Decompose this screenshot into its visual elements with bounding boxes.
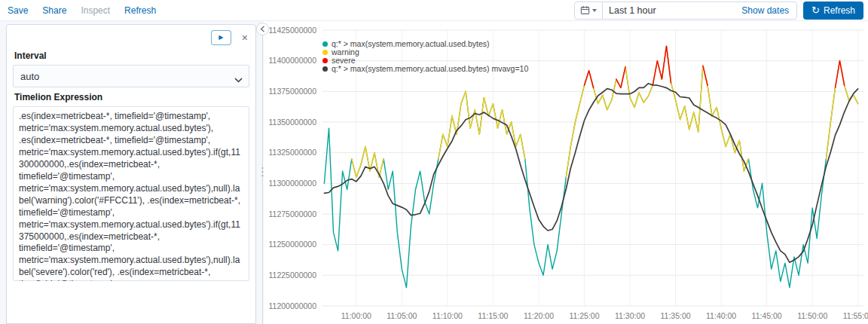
expression-label: Timelion Expression	[14, 92, 248, 102]
refresh-menu-button[interactable]: Refresh	[124, 5, 156, 16]
svg-text:11400000000: 11400000000	[269, 56, 317, 65]
svg-text:11:30:00: 11:30:00	[615, 311, 645, 320]
svg-text:11225000000: 11225000000	[269, 271, 317, 280]
run-expression-button[interactable]: ▶	[211, 30, 231, 45]
svg-text:11200000000: 11200000000	[269, 301, 317, 310]
interval-label: Interval	[14, 50, 248, 61]
chart-panel: 11:00:0011:05:0011:10:0011:15:0011:20:00…	[264, 21, 868, 324]
svg-text:11:45:00: 11:45:00	[752, 311, 782, 320]
svg-text:11275000000: 11275000000	[269, 209, 317, 219]
collapse-panel-button[interactable]	[256, 23, 269, 35]
interval-select[interactable]: auto	[13, 65, 249, 87]
svg-text:11:05:00: 11:05:00	[387, 311, 417, 320]
timelion-editor-panel: ▶ × Interval auto Timelion Expression .e…	[6, 24, 256, 324]
svg-text:11300000000: 11300000000	[269, 179, 317, 188]
share-button[interactable]: Share	[42, 5, 66, 16]
svg-text:11350000000: 11350000000	[269, 118, 317, 127]
svg-text:11:00:00: 11:00:00	[341, 311, 371, 320]
chevron-down-icon	[234, 74, 243, 85]
refresh-button-label: Refresh	[824, 5, 855, 16]
legend-label: q:* > max(system.memory.actual.used.byte…	[332, 65, 528, 73]
timelion-expression-input[interactable]: .es(index=metricbeat-*, timefield='@time…	[13, 106, 249, 281]
close-editor-button[interactable]: ×	[240, 32, 249, 43]
timelion-app: Save Share Inspect Refresh Last 1 hour S	[0, 0, 868, 324]
svg-text:11325000000: 11325000000	[269, 148, 317, 157]
close-icon: ×	[242, 32, 248, 44]
svg-text:11250000000: 11250000000	[269, 240, 317, 249]
interval-value: auto	[20, 71, 39, 82]
chart-legend: q:* > max(system.memory.actual.used.byte…	[322, 40, 528, 73]
series-color-dot	[322, 58, 328, 63]
svg-text:11425000000: 11425000000	[269, 26, 317, 35]
svg-text:11:20:00: 11:20:00	[524, 311, 554, 320]
svg-text:11:25:00: 11:25:00	[569, 311, 599, 320]
show-dates-button[interactable]: Show dates	[734, 5, 796, 16]
svg-text:11:15:00: 11:15:00	[478, 311, 508, 320]
super-date-picker: Last 1 hour Show dates	[574, 2, 797, 20]
date-range-display[interactable]: Last 1 hour	[603, 5, 734, 16]
series-color-dot	[322, 50, 328, 55]
svg-text:11:10:00: 11:10:00	[432, 311, 463, 320]
chevron-left-icon	[260, 26, 265, 32]
save-button[interactable]: Save	[8, 5, 28, 16]
calendar-icon	[580, 5, 590, 15]
top-nav-menu: Save Share Inspect Refresh	[8, 5, 156, 16]
svg-text:11:50:00: 11:50:00	[797, 311, 827, 320]
refresh-query-button[interactable]: ↻ Refresh	[803, 2, 863, 20]
play-icon: ▶	[219, 35, 223, 41]
svg-text:11:55:00: 11:55:00	[843, 311, 868, 320]
resize-handle-icon[interactable]: ⋮	[257, 166, 268, 177]
svg-text:11:40:00: 11:40:00	[706, 311, 736, 320]
inspect-button[interactable]: Inspect	[81, 5, 110, 16]
top-bar: Save Share Inspect Refresh Last 1 hour S	[0, 0, 868, 21]
chevron-down-icon	[592, 9, 597, 12]
legend-item: q:* > max(system.memory.actual.used.byte…	[322, 65, 528, 73]
series-color-dot	[322, 41, 328, 47]
series-color-dot	[322, 66, 328, 72]
svg-text:11:35:00: 11:35:00	[661, 311, 691, 320]
editor-panel-header: ▶ ×	[13, 29, 249, 46]
svg-text:11375000000: 11375000000	[269, 87, 317, 96]
refresh-icon: ↻	[811, 5, 820, 15]
quick-select-button[interactable]	[575, 2, 603, 19]
